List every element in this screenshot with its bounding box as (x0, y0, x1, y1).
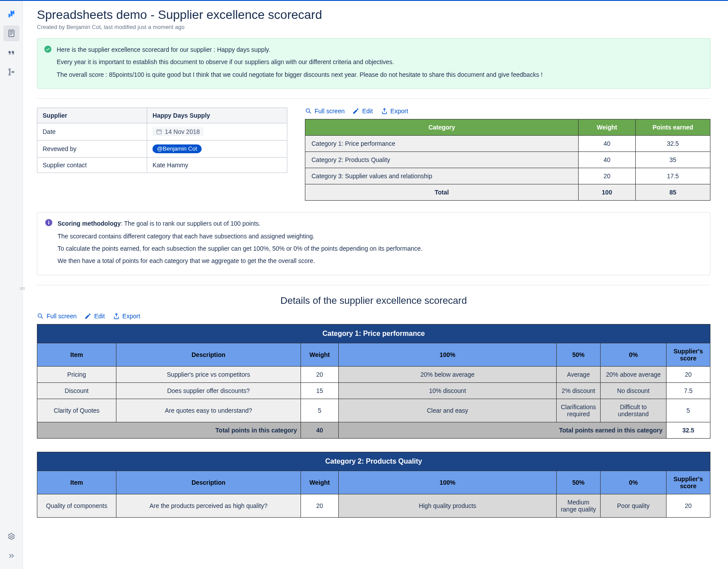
meta-row: Revewed by @Benjamin Cot (37, 140, 287, 158)
export-button[interactable]: Export (113, 313, 140, 320)
methodology-line: The scorecard contains different categor… (58, 231, 422, 241)
svg-point-5 (44, 46, 51, 53)
details-heading: Details of the supplier excellence score… (37, 295, 710, 306)
page-title: Spreadsheets demo - Supplier excellence … (37, 8, 710, 22)
svg-rect-6 (157, 130, 162, 134)
edit-button[interactable]: Edit (84, 313, 105, 320)
sidebar-pages-icon[interactable] (4, 25, 19, 41)
svg-point-2 (12, 71, 14, 72)
expand-sidebar-handle[interactable]: || (20, 287, 26, 290)
details-table-cat2: Category 2: Products Quality Item Descri… (37, 452, 710, 518)
sheet-toolbar: Full screen Edit Export (37, 313, 710, 320)
divider (37, 98, 710, 99)
pencil-icon (84, 313, 91, 320)
summary-total-row: Total 100 85 (305, 184, 710, 201)
summary-row: Category 3: Supplier values and relation… (305, 168, 710, 184)
details-row: Clarity of Quotes Are quotes easy to und… (37, 399, 710, 422)
svg-point-3 (9, 74, 10, 75)
meta-header-key: Supplier (37, 108, 147, 123)
divider (37, 285, 710, 285)
export-icon (113, 313, 120, 320)
details-row: Quality of components Are the products p… (37, 494, 710, 517)
search-icon (37, 313, 44, 320)
export-button[interactable]: Export (381, 108, 408, 115)
search-icon (305, 108, 312, 115)
intro-line: Here is the supplier excellence scorecar… (57, 45, 543, 54)
info-icon (45, 219, 52, 226)
page-meta: Created by Benjamin Cot, last modified j… (37, 24, 710, 30)
svg-rect-10 (48, 221, 49, 222)
methodology-line: We then have a total of points for each … (58, 256, 422, 266)
edit-button[interactable]: Edit (352, 108, 373, 115)
summary-row: Category 1: Price performance4032.5 (305, 136, 710, 152)
svg-point-1 (9, 69, 10, 70)
global-sidebar: || (0, 1, 23, 569)
intro-line: Every year it is important to establish … (57, 57, 543, 67)
fullscreen-button[interactable]: Full screen (37, 313, 76, 320)
details-table-cat1: Category 1: Price performance Item Descr… (37, 324, 710, 439)
methodology-panel: Scoring methodology: The goal is to rank… (37, 212, 710, 275)
export-icon (381, 108, 388, 115)
check-circle-icon (44, 46, 51, 53)
meta-header-val: Happy Days Supply (147, 108, 287, 123)
svg-point-11 (38, 313, 42, 317)
sidebar-tree-icon[interactable] (4, 64, 19, 80)
methodology-lead: Scoring methodology: The goal is to rank… (58, 219, 422, 228)
fullscreen-button[interactable]: Full screen (305, 108, 344, 115)
date-lozenge[interactable]: 14 Nov 2018 (152, 127, 203, 136)
summary-row: Category 2: Products Quality4035 (305, 152, 710, 168)
svg-rect-9 (48, 222, 49, 224)
details-total-row: Total points in this category 40 Total p… (37, 422, 710, 438)
sidebar-quotes-icon[interactable] (4, 45, 19, 61)
intro-line: The overall score : 85points/100 is quit… (57, 70, 543, 79)
calendar-icon (156, 129, 162, 135)
user-mention[interactable]: @Benjamin Cot (152, 144, 201, 153)
sheet-toolbar: Full screen Edit Export (305, 108, 710, 115)
app-switcher-icon[interactable] (4, 6, 19, 22)
svg-point-4 (10, 536, 12, 538)
methodology-line: To calculate the points earned, for each… (58, 244, 422, 253)
svg-point-7 (306, 109, 310, 112)
summary-table: Category Weight Points earned Category 1… (305, 119, 710, 201)
intro-panel: Here is the supplier excellence scorecar… (37, 38, 710, 89)
details-row: Pricing Supplier's price vs competitors … (37, 366, 710, 382)
pencil-icon (352, 108, 359, 115)
meta-row: Date 14 Nov 2018 (37, 123, 287, 140)
supplier-meta-table: Supplier Happy Days Supply Date 14 Nov 2… (37, 108, 287, 173)
collapse-sidebar-icon[interactable] (4, 548, 19, 564)
page-content: Spreadsheets demo - Supplier excellence … (23, 1, 728, 569)
details-row: Discount Does supplier offer discounts? … (37, 382, 710, 399)
settings-icon[interactable] (4, 529, 19, 544)
meta-row: Supplier contact Kate Hammy (37, 158, 287, 173)
svg-rect-0 (9, 30, 14, 37)
